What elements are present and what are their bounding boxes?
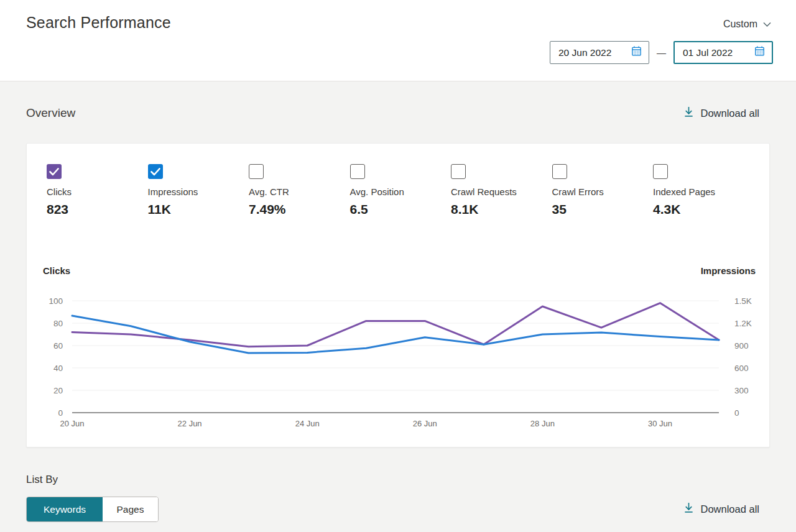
metric-value: 823	[47, 202, 148, 217]
overview-heading: Overview	[26, 106, 75, 120]
metric-checkbox-impressions[interactable]	[148, 164, 163, 179]
left-axis-tick-label: 0	[58, 408, 63, 418]
metric-checkbox-indexed-pages[interactable]	[653, 164, 668, 179]
right-axis-title: Impressions	[701, 265, 756, 276]
right-axis-tick-label: 300	[734, 386, 749, 395]
right-axis-tick-label: 0	[734, 408, 739, 418]
tab-pages[interactable]: Pages	[103, 497, 158, 521]
metric-label: Impressions	[148, 186, 249, 197]
x-axis-tick-label: 30 Jun	[648, 419, 672, 428]
x-axis-tick-label: 28 Jun	[530, 419, 555, 428]
date-range-separator: —	[657, 47, 666, 58]
metric-value: 4.3K	[653, 202, 754, 217]
date-range-preset-dropdown[interactable]: Custom	[723, 19, 771, 30]
page-header: Search Performance Custom 20 Jun 2022 — …	[0, 0, 796, 81]
right-axis-tick-label: 600	[734, 364, 749, 373]
left-axis-tick-label: 80	[53, 319, 63, 328]
date-to-value: 01 Jul 2022	[683, 47, 733, 58]
metric-avg-position: Avg. Position6.5	[350, 164, 451, 217]
metric-avg-ctr: Avg. CTR7.49%	[249, 164, 350, 217]
calendar-icon[interactable]	[631, 45, 642, 60]
metric-checkbox-clicks[interactable]	[47, 164, 62, 179]
right-axis-tick-label: 1.2K	[734, 319, 752, 328]
metric-label: Avg. Position	[350, 186, 451, 197]
metric-checkbox-avg-ctr[interactable]	[249, 164, 264, 179]
download-all-label: Download all	[701, 503, 759, 515]
left-axis-tick-label: 20	[53, 386, 63, 395]
x-axis-tick-label: 24 Jun	[295, 419, 320, 428]
metric-value: 8.1K	[451, 202, 552, 217]
date-to-input[interactable]: 01 Jul 2022	[673, 41, 773, 64]
left-axis-title: Clicks	[43, 265, 70, 276]
metric-label: Crawl Errors	[552, 186, 654, 197]
metric-checkbox-crawl-errors[interactable]	[552, 164, 567, 179]
metric-indexed-pages: Indexed Pages4.3K	[653, 164, 754, 217]
chevron-down-icon	[763, 19, 771, 30]
download-all-listby-link[interactable]: Download all	[683, 502, 759, 516]
series-line-clicks	[72, 303, 719, 347]
performance-line-chart: 00203004060060900801.2K1001.5K20 Jun22 J…	[27, 285, 771, 442]
calendar-icon[interactable]	[754, 45, 766, 60]
download-all-overview-link[interactable]: Download all	[683, 106, 759, 120]
metric-value: 35	[552, 202, 654, 217]
right-axis-tick-label: 900	[734, 341, 749, 351]
download-icon	[683, 106, 694, 120]
metric-checkbox-avg-position[interactable]	[350, 164, 365, 179]
x-axis-tick-label: 20 Jun	[60, 419, 84, 428]
download-icon	[683, 502, 694, 516]
left-axis-tick-label: 100	[49, 296, 63, 306]
right-axis-tick-label: 1.5K	[734, 296, 752, 306]
metrics-row: Clicks823Impressions11KAvg. CTR7.49%Avg.…	[47, 164, 754, 217]
metric-label: Indexed Pages	[653, 186, 754, 197]
search-performance-page: Search Performance Custom 20 Jun 2022 — …	[0, 0, 796, 532]
metric-checkbox-crawl-requests[interactable]	[451, 164, 466, 179]
main-content: Overview Download all Clicks823Impressio…	[0, 81, 796, 532]
metric-crawl-requests: Crawl Requests8.1K	[451, 164, 552, 217]
tab-keywords[interactable]: Keywords	[27, 497, 103, 521]
preset-label: Custom	[723, 19, 757, 30]
x-axis-tick-label: 26 Jun	[413, 419, 437, 428]
metric-label: Avg. CTR	[249, 186, 350, 197]
download-all-label: Download all	[701, 108, 759, 119]
x-axis-tick-label: 22 Jun	[178, 419, 202, 428]
metric-value: 6.5	[350, 202, 451, 217]
list-by-heading: List By	[26, 474, 58, 486]
page-title: Search Performance	[26, 14, 171, 32]
metric-value: 11K	[148, 202, 249, 217]
left-axis-tick-label: 40	[53, 364, 63, 373]
metric-label: Clicks	[47, 186, 148, 197]
metric-value: 7.49%	[249, 202, 350, 217]
date-from-input[interactable]: 20 Jun 2022	[550, 41, 649, 64]
list-by-segmented-control: KeywordsPages	[26, 497, 159, 522]
metric-impressions: Impressions11K	[148, 164, 249, 217]
left-axis-tick-label: 60	[53, 341, 63, 351]
metric-clicks: Clicks823	[47, 164, 148, 217]
overview-card: Clicks823Impressions11KAvg. CTR7.49%Avg.…	[26, 143, 770, 447]
metric-label: Crawl Requests	[451, 186, 552, 197]
date-from-value: 20 Jun 2022	[558, 47, 611, 58]
date-range-inputs: 20 Jun 2022 — 01 Jul 2022	[550, 41, 773, 64]
metric-crawl-errors: Crawl Errors35	[552, 164, 654, 217]
